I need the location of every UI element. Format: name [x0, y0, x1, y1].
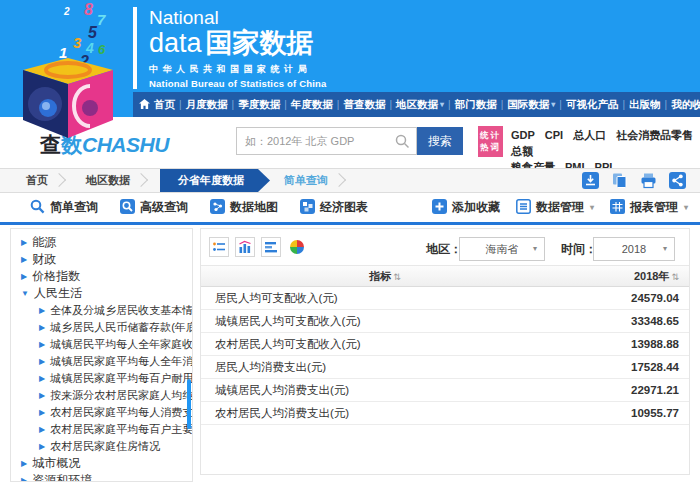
hot-word[interactable]: CPI [545, 129, 563, 141]
copy-icon[interactable] [611, 172, 628, 189]
tree-item[interactable]: ▶农村居民家庭住房情况 [11, 438, 192, 455]
add-favorite-button[interactable]: 添加收藏 [432, 199, 500, 217]
simple-query-button[interactable]: 简单查询 [30, 199, 98, 217]
nav-label: 可视化产品 [566, 98, 619, 112]
tree-collapsed-icon: ▶ [21, 238, 27, 247]
search-icon[interactable] [395, 134, 410, 153]
brand-line1: National [149, 7, 327, 28]
sort-icon: ⇅ [393, 272, 401, 282]
bar-chart-view-icon[interactable] [235, 237, 255, 257]
nav-item-publications[interactable]: 出版物 [629, 98, 661, 112]
tree-label: 按来源分农村居民家庭人均纯收入 [50, 389, 192, 401]
nav-item-monthly[interactable]: 月度数据 [186, 98, 228, 112]
breadcrumb-simple-query[interactable]: 简单查询 [270, 169, 352, 192]
tree-item-energy[interactable]: ▶能源 [11, 234, 192, 251]
breadcrumb-regional-data[interactable]: 地区数据 [72, 169, 154, 192]
tree-scrollbar-thumb[interactable] [187, 379, 191, 429]
search-input[interactable] [237, 128, 416, 154]
pie-chart-view-icon[interactable] [287, 237, 307, 257]
nav-item-international[interactable]: 国际数据▾ [507, 98, 555, 112]
nav-label: 首页 [154, 98, 175, 112]
nav-separator: | [179, 99, 182, 110]
hot-words-badge: 统计 热词 [478, 126, 503, 157]
breadcrumb-home[interactable]: 首页 [12, 169, 72, 192]
tree-item-resources-environment[interactable]: ▶资源和环境 [11, 472, 192, 482]
economic-charts-button[interactable]: 经济图表 [300, 199, 368, 217]
chart-tiles-icon [300, 199, 315, 217]
tree-item-finance[interactable]: ▶财政 [11, 251, 192, 268]
hot-words-line1: GDPCPI总人口社会消费品零售总额 [511, 127, 700, 159]
value-cell: 33348.65 [569, 310, 689, 332]
tree-item[interactable]: ▶城镇居民平均每人全年家庭收入来源 [11, 336, 192, 353]
hot-word[interactable]: GDP [511, 129, 535, 141]
download-icon[interactable] [582, 172, 599, 189]
tree-label: 资源和环境 [32, 473, 92, 482]
nav-label: 月度数据 [186, 98, 228, 112]
print-icon[interactable] [640, 172, 657, 189]
org-name-cn: 中华人民共和国国家统计局 [149, 63, 327, 76]
tree-label: 城乡居民人民币储蓄存款(年底余额) [50, 321, 192, 333]
data-map-button[interactable]: 数据地图 [210, 199, 278, 217]
value-cell: 10955.77 [569, 402, 689, 424]
decor-digit: 2 [64, 6, 70, 17]
table-row: 农村居民人均可支配收入(元)13988.88 [201, 333, 689, 356]
tree-item-price-index[interactable]: ▶价格指数 [11, 268, 192, 285]
nav-label: 季度数据 [238, 98, 280, 112]
table-row: 城镇居民人均消费支出(元)22971.21 [201, 379, 689, 402]
search-button[interactable]: 搜索 [417, 127, 463, 155]
nav-separator: | [232, 99, 235, 110]
indicator-cell: 城镇居民人均消费支出(元) [201, 379, 569, 401]
tree-label: 价格指数 [32, 269, 80, 283]
nav-item-annual[interactable]: 年度数据 [291, 98, 333, 112]
tree-item[interactable]: ▶城乡居民人民币储蓄存款(年底余额) [11, 319, 192, 336]
indicator-cell: 农村居民人均可支配收入(元) [201, 333, 569, 355]
decor-digit: 6 [98, 42, 105, 57]
tree-collapsed-icon: ▶ [39, 425, 45, 434]
value-cell: 22971.21 [569, 379, 689, 401]
tree-item[interactable]: ▶农村居民家庭平均每百户主要耐用消费品拥有量 [11, 421, 192, 438]
nav-item-quarterly[interactable]: 季度数据 [238, 98, 280, 112]
share-icon[interactable] [669, 172, 686, 189]
tree-collapsed-icon: ▶ [39, 442, 45, 451]
nav-item-census[interactable]: 普查数据 [343, 98, 385, 112]
tree-item-peoples-life[interactable]: ▼人民生活 [11, 285, 192, 302]
nav-separator: | [622, 99, 625, 110]
table-view-icon[interactable] [209, 237, 229, 257]
column-header-indicator[interactable]: 指标⇅ [201, 266, 569, 286]
hbar-chart-view-icon[interactable] [261, 237, 281, 257]
tree-item[interactable]: ▶全体及分城乡居民收支基本情况(新口径) [11, 302, 192, 319]
boxed-magnifier-icon [120, 199, 135, 217]
advanced-query-button[interactable]: 高级查询 [120, 199, 188, 217]
region-select[interactable]: 海南省 ▾ [459, 237, 545, 261]
tree-item[interactable]: ▶城镇居民家庭平均每人全年消费性支出 [11, 353, 192, 370]
brand-data-text: data [149, 28, 202, 58]
column-header-year[interactable]: 2018年⇅ [569, 266, 689, 286]
chevron-down-icon: ▾ [440, 100, 444, 109]
data-management-button[interactable]: 数据管理 ▾ [516, 199, 594, 217]
nav-item-departmental[interactable]: 部门数据 [455, 98, 497, 112]
nav-item-home[interactable]: 首页 [139, 98, 175, 112]
breadcrumb-provincial-annual[interactable]: 分省年度数据 [160, 169, 270, 192]
tree-collapsed-icon: ▶ [39, 323, 45, 332]
tree-item[interactable]: ▶农村居民家庭平均每人消费支出 [11, 404, 192, 421]
chevron-down-icon: ▾ [590, 203, 594, 212]
nav-separator: | [389, 99, 392, 110]
chevron-down-icon: ▾ [663, 238, 667, 260]
tree-item-city-overview[interactable]: ▶城市概况 [11, 455, 192, 472]
tree-label: 城镇居民平均每人全年家庭收入来源 [50, 338, 192, 350]
time-select[interactable]: 2018 ▾ [593, 237, 675, 261]
hot-word[interactable]: 总人口 [573, 129, 606, 141]
nav-item-favorites[interactable]: 我的收藏 [671, 98, 700, 112]
nav-item-visualization[interactable]: 可视化产品 [566, 98, 619, 112]
main-nav: 首页 | 月度数据 | 季度数据 | 年度数据 | 普查数据 | 地区数据▾ |… [133, 92, 700, 117]
nav-label: 我的收藏 [671, 98, 700, 112]
tree-collapsed-icon: ▶ [21, 255, 27, 264]
tree-label: 农村居民家庭平均每百户主要耐用消费品拥有量 [50, 423, 192, 435]
nav-label: 普查数据 [343, 98, 385, 112]
nav-item-regional[interactable]: 地区数据▾ [396, 98, 444, 112]
tree-item[interactable]: ▶按来源分农村居民家庭人均纯收入 [11, 387, 192, 404]
report-management-button[interactable]: 报表管理 ▾ [610, 199, 688, 217]
list-icon [516, 199, 531, 217]
tree-item[interactable]: ▶城镇居民家庭平均每百户耐用消费品拥有量 [11, 370, 192, 387]
nav-label: 部门数据 [455, 98, 497, 112]
